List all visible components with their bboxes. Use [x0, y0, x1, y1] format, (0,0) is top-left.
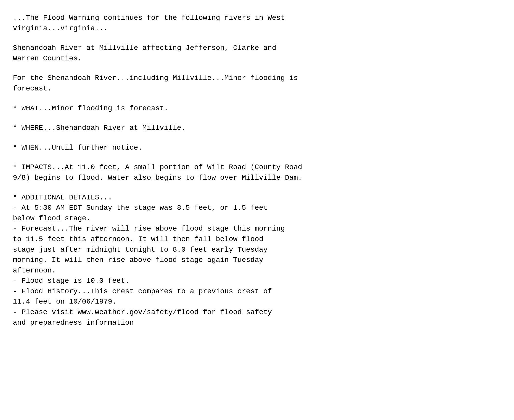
paragraph-location: Shenandoah River at Millville affecting … [13, 43, 496, 64]
paragraph-impacts: * IMPACTS...At 11.0 feet, A small portio… [13, 162, 496, 183]
paragraph-intro: ...The Flood Warning continues for the f… [13, 13, 496, 34]
paragraph-where: * WHERE...Shenandoah River at Millville. [13, 123, 496, 133]
paragraph-additional: * ADDITIONAL DETAILS...- At 5:30 AM EDT … [13, 193, 496, 328]
main-content: ...The Flood Warning continues for the f… [10, 8, 499, 333]
paragraph-forecast-summary: For the Shenandoah River...including Mil… [13, 73, 496, 94]
paragraph-what: * WHAT...Minor flooding is forecast. [13, 103, 496, 114]
paragraph-when: * WHEN...Until further notice. [13, 143, 496, 153]
